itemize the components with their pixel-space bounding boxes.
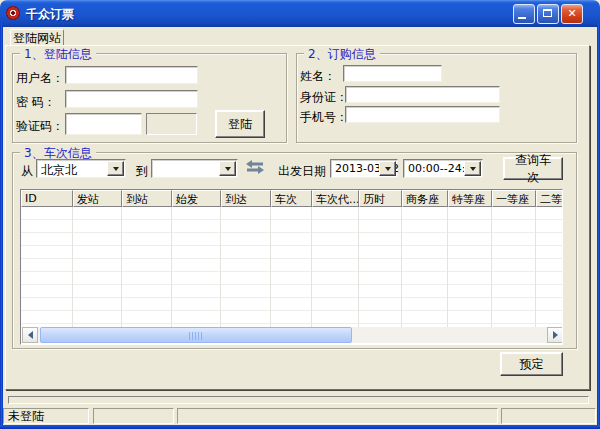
tab-login-site[interactable]: 登陆网站 — [10, 29, 64, 46]
column-gridline — [401, 207, 402, 330]
column-gridline — [220, 207, 221, 330]
column-gridline — [491, 207, 492, 330]
password-label: 密 码： — [16, 94, 56, 111]
name-label: 姓名： — [300, 68, 336, 85]
app-icon — [6, 6, 20, 20]
table-body[interactable] — [21, 207, 563, 330]
titlebar[interactable]: 千众订票 ✕ — [0, 0, 600, 27]
column-header[interactable]: 车次 — [271, 190, 312, 207]
column-gridline — [171, 207, 172, 330]
column-gridline — [270, 207, 271, 330]
column-header[interactable]: 历时 — [359, 190, 402, 207]
maximize-icon — [543, 9, 552, 17]
login-button[interactable]: 登陆 — [215, 110, 265, 138]
column-header[interactable]: 到站 — [122, 190, 172, 207]
phone-label: 手机号： — [300, 109, 348, 126]
login-status-text: 未登陆 — [8, 409, 44, 423]
to-station-combobox[interactable] — [151, 159, 238, 178]
to-label: 到 — [136, 163, 148, 180]
column-gridline — [358, 207, 359, 330]
login-group-title: 1、登陆信息 — [20, 46, 96, 63]
column-header[interactable]: 发站 — [73, 190, 122, 207]
scrollbar-grip-icon — [189, 332, 203, 340]
column-gridline — [72, 207, 73, 330]
maximize-button[interactable] — [537, 4, 559, 24]
minimize-icon — [518, 17, 526, 19]
app-window: 千众订票 ✕ 登陆网站 1、登陆信息 用户名： 密 码： 验证码： 登陆 2、订… — [0, 0, 600, 429]
window-title: 千众订票 — [26, 6, 74, 23]
column-gridline — [311, 207, 312, 330]
progress-strip — [8, 396, 589, 404]
column-header[interactable]: 车次代... — [312, 190, 359, 207]
dropdown-arrow-icon[interactable] — [219, 161, 236, 176]
id-card-label: 身份证： — [300, 89, 348, 106]
scroll-left-button[interactable] — [22, 327, 38, 343]
tab-label: 登陆网站 — [13, 31, 61, 45]
scroll-right-button[interactable] — [547, 327, 563, 343]
column-gridline — [121, 207, 122, 330]
column-gridline — [447, 207, 448, 330]
from-station-value: 北京北 — [41, 162, 77, 179]
scroll-right-icon — [553, 331, 558, 339]
column-header[interactable]: 一等座 — [492, 190, 536, 207]
status-panel-login-state: 未登陆 — [3, 408, 89, 424]
status-panel-4 — [501, 408, 596, 424]
depart-date-label: 出发日期 — [278, 163, 326, 180]
id-card-input[interactable] — [345, 86, 500, 103]
from-label: 从 — [21, 163, 33, 180]
column-header[interactable]: 到达 — [221, 190, 271, 207]
username-input[interactable] — [65, 66, 198, 84]
phone-input[interactable] — [345, 106, 500, 123]
dropdown-arrow-icon[interactable] — [379, 161, 396, 176]
status-panel-2 — [93, 408, 174, 424]
column-header[interactable]: 商务座 — [402, 190, 448, 207]
dropdown-arrow-icon[interactable] — [464, 161, 481, 176]
table-header-row: ID发站到站始发到达车次车次代...历时商务座特等座一等座二等座 — [21, 190, 563, 207]
window-border — [0, 22, 3, 429]
captcha-image-panel[interactable] — [146, 113, 197, 135]
scroll-left-icon — [28, 331, 33, 339]
time-range-combobox[interactable]: 00:00--24:00 — [403, 159, 483, 178]
captcha-label: 验证码： — [16, 118, 64, 135]
swap-stations-icon[interactable] — [246, 160, 264, 174]
status-bar: 未登陆 — [3, 407, 597, 425]
column-gridline — [535, 207, 536, 330]
column-header[interactable]: ID — [21, 190, 73, 207]
scrollbar-thumb[interactable] — [40, 327, 352, 343]
window-border — [0, 425, 600, 429]
from-station-combobox[interactable]: 北京北 — [36, 159, 126, 178]
close-icon: ✕ — [562, 7, 582, 21]
column-header[interactable]: 特等座 — [448, 190, 492, 207]
order-group-title: 2、订购信息 — [304, 46, 380, 63]
column-header[interactable]: 始发 — [172, 190, 221, 207]
status-panel-3 — [177, 408, 498, 424]
captcha-input[interactable] — [65, 113, 142, 135]
password-input[interactable] — [65, 90, 198, 108]
train-results-table: ID发站到站始发到达车次车次代...历时商务座特等座一等座二等座 — [20, 189, 563, 345]
close-button[interactable]: ✕ — [561, 4, 583, 24]
minimize-button[interactable] — [513, 4, 535, 24]
dropdown-arrow-icon[interactable] — [107, 161, 124, 176]
book-button[interactable]: 预定 — [500, 352, 563, 376]
horizontal-scrollbar[interactable] — [22, 327, 563, 343]
username-label: 用户名： — [16, 70, 64, 87]
name-input[interactable] — [343, 65, 442, 82]
column-header[interactable]: 二等座 — [536, 190, 563, 207]
query-trains-button[interactable]: 查询车次 — [503, 157, 563, 180]
depart-date-combobox[interactable]: 2013-03-02 — [330, 159, 398, 178]
